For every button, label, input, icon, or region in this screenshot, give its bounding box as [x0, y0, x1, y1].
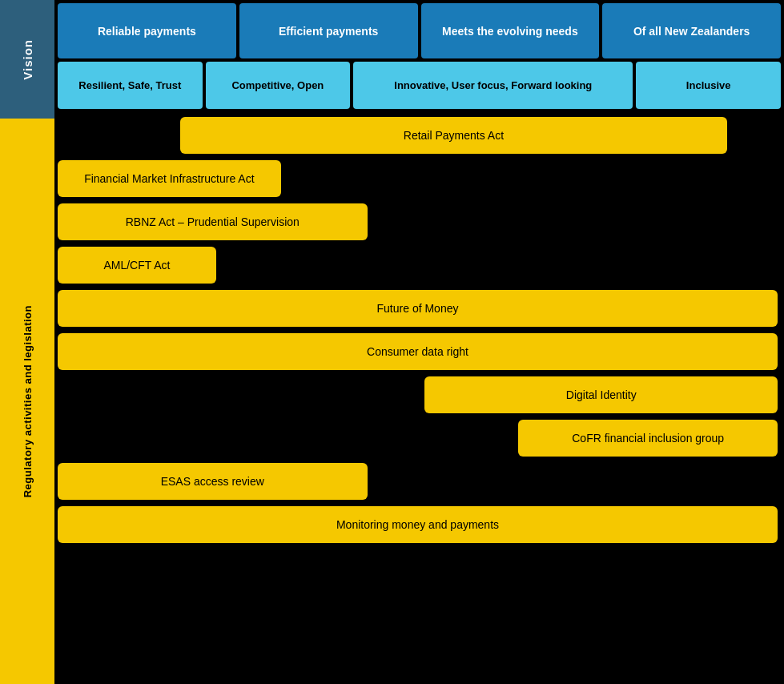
row-aml: AML/CFT Act: [58, 247, 778, 284]
vision-row: Reliable payments Efficient payments Mee…: [54, 0, 784, 60]
row-future: Future of Money: [58, 290, 778, 327]
bar-fmia: Financial Market Infrastructure Act: [58, 160, 281, 197]
content-area: Reliable payments Efficient payments Mee…: [54, 0, 784, 684]
bar-esas: ESAS access review: [58, 463, 368, 500]
bar-cofr: CoFR financial inclusion group: [518, 420, 778, 457]
bar-future-money: Future of Money: [58, 290, 778, 327]
regulatory-content: Retail Payments Act Financial Market Inf…: [54, 112, 784, 684]
row-cofr: CoFR financial inclusion group: [58, 420, 778, 457]
bar-retail-payments-act: Retail Payments Act: [180, 117, 727, 154]
attributes-row: Resilient, Safe, Trust Competitive, Open…: [54, 60, 784, 112]
row-monitoring: Monitoring money and payments: [58, 506, 778, 543]
bar-digital-identity: Digital Identity: [424, 376, 778, 413]
attr-inclusive: Inclusive: [636, 62, 781, 109]
vision-cell-evolving: Meets the evolving needs: [421, 3, 600, 58]
attr-innovative: Innovative, User focus, Forward looking: [353, 62, 633, 109]
vision-cell-nz: Of all New Zealanders: [602, 3, 781, 58]
attr-competitive: Competitive, Open: [206, 62, 351, 109]
row-rbnz: RBNZ Act – Prudential Supervision: [58, 203, 778, 240]
vision-cell-reliable: Reliable payments: [58, 3, 236, 58]
row-retail: Retail Payments Act: [58, 117, 778, 154]
bar-consumer-data-right: Consumer data right: [58, 333, 778, 370]
attr-resilient: Resilient, Safe, Trust: [58, 62, 203, 109]
row-fmia: Financial Market Infrastructure Act: [58, 160, 778, 197]
vision-label: Vision: [21, 39, 34, 80]
vision-cell-efficient: Efficient payments: [239, 3, 418, 58]
bar-rbnz: RBNZ Act – Prudential Supervision: [58, 203, 368, 240]
sidebar-regulatory: Regulatory activities and legislation: [0, 119, 54, 684]
row-consumer: Consumer data right: [58, 333, 778, 370]
sidebar-vision: Vision: [0, 0, 54, 119]
bar-aml: AML/CFT Act: [58, 247, 216, 284]
regulatory-label: Regulatory activities and legislation: [22, 305, 34, 497]
row-esas: ESAS access review: [58, 463, 778, 500]
row-digital: Digital Identity: [58, 376, 778, 413]
main-container: Vision Regulatory activities and legisla…: [0, 0, 784, 684]
sidebar: Vision Regulatory activities and legisla…: [0, 0, 54, 684]
bar-monitoring: Monitoring money and payments: [58, 506, 778, 543]
